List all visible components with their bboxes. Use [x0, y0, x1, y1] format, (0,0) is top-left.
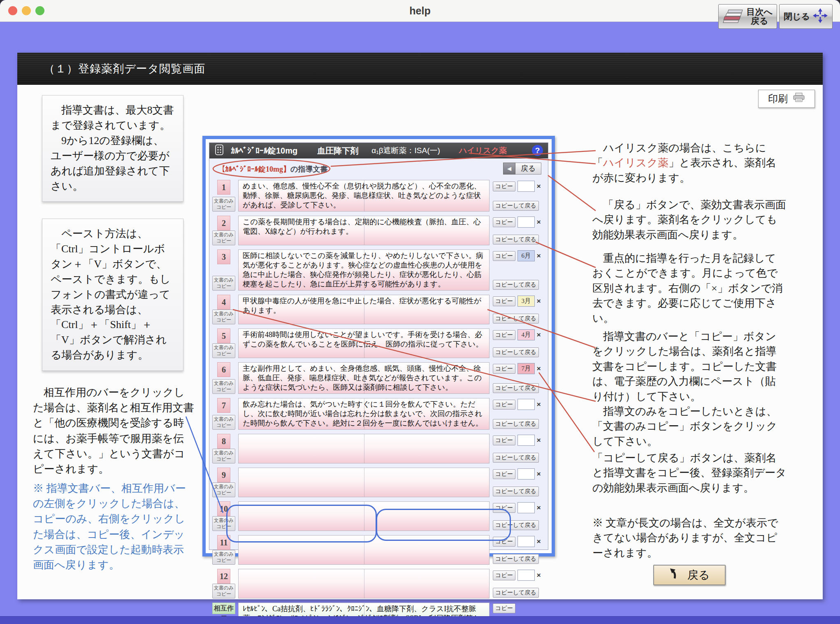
- guidance-text-bar[interactable]: 手術前48時間は使用しないことが望ましいです。手術を受ける場合、必ずこの薬を飲ん…: [238, 328, 490, 358]
- doc-only-copy-button[interactable]: 文書のみ コピー: [212, 343, 235, 358]
- copy-and-back-button[interactable]: コピーして戻る: [493, 453, 539, 463]
- guidance-rows: 1 文書のみ コピー めまい、倦怠感、慢性心不全（息切れや脱力感など）、心不全の…: [213, 180, 545, 624]
- doc-only-copy-button[interactable]: 文書のみ コピー: [212, 310, 235, 324]
- guidance-doc-title[interactable]: 【ｶﾙﾍﾞｼﾞﾛｰﾙ錠10mg】の指導文書: [218, 164, 327, 174]
- delete-month-button[interactable]: ×: [537, 504, 541, 512]
- help-icon[interactable]: ?: [532, 145, 543, 156]
- doc-only-copy-button[interactable]: 文書のみ コピー: [212, 449, 235, 463]
- month-box[interactable]: [517, 399, 535, 410]
- copy-button[interactable]: コピー: [493, 469, 515, 479]
- copy-button[interactable]: コピー: [493, 570, 515, 580]
- guidance-text-bar[interactable]: 主な副作用として、めまい、全身倦怠感、眠気、頭痛、慢性心不全、徐脈、低血圧、発疹…: [238, 362, 490, 394]
- month-box[interactable]: [517, 570, 535, 581]
- copy-button[interactable]: コピー: [493, 296, 515, 306]
- row-number[interactable]: 7: [217, 398, 230, 413]
- delete-month-button[interactable]: ×: [537, 182, 541, 191]
- toc-back-button[interactable]: 目次へ 戻る: [718, 4, 777, 29]
- guidance-text-bar[interactable]: 甲状腺中毒症の人が使用を急に中止した場合、症状が悪化する可能性があります。: [238, 295, 490, 324]
- doc-only-copy-button[interactable]: 文書のみ コピー: [212, 482, 235, 497]
- row-number[interactable]: 2: [217, 216, 230, 231]
- row-number[interactable]: 10: [217, 501, 230, 516]
- row-number[interactable]: 8: [217, 434, 230, 449]
- page-back-button[interactable]: 戻る: [653, 565, 726, 585]
- doc-only-copy-button[interactable]: 文書のみ コピー: [212, 550, 235, 565]
- row-number[interactable]: 1: [217, 180, 230, 195]
- delete-month-button[interactable]: ×: [537, 470, 541, 478]
- guidance-text-bar[interactable]: [238, 535, 490, 565]
- copy-button[interactable]: コピー: [493, 330, 515, 340]
- month-box[interactable]: [517, 502, 535, 513]
- copy-button[interactable]: コピー: [493, 217, 515, 227]
- copy-button[interactable]: コピー: [493, 537, 515, 547]
- copy-button[interactable]: コピー: [493, 435, 515, 445]
- month-box[interactable]: [517, 468, 535, 480]
- row-number[interactable]: 6: [217, 362, 230, 377]
- drug-name[interactable]: ｶﾙﾍﾞｼﾞﾛｰﾙ錠10mg: [231, 145, 297, 156]
- copy-and-back-button[interactable]: コピーして戻る: [493, 419, 539, 429]
- copy-and-back-button[interactable]: コピーして戻る: [493, 588, 539, 598]
- copy-and-back-button[interactable]: コピーして戻る: [493, 520, 539, 530]
- month-box[interactable]: 7月: [517, 363, 535, 374]
- delete-month-button[interactable]: ×: [537, 436, 541, 445]
- copy-button[interactable]: コピー: [493, 182, 515, 191]
- copy-button[interactable]: コピー: [493, 400, 515, 410]
- doc-only-copy-button[interactable]: 文書のみ コピー: [212, 197, 235, 212]
- copy-and-back-button[interactable]: コピーして戻る: [493, 554, 539, 564]
- row-number[interactable]: 3: [217, 249, 230, 264]
- copy-and-back-button[interactable]: コピーして戻る: [493, 383, 539, 393]
- doc-only-copy-button[interactable]: 文書のみ コピー: [212, 516, 235, 531]
- close-help-button[interactable]: 閉じる: [779, 4, 833, 29]
- screenshot-back-button[interactable]: ◀ 戻る: [503, 163, 541, 175]
- row-number[interactable]: 4: [217, 295, 230, 310]
- guidance-text-bar[interactable]: めまい、倦怠感、慢性心不全（息切れや脱力感など）、心不全の悪化、動悸、徐脈、糖尿…: [238, 180, 490, 212]
- month-box[interactable]: 6月: [517, 250, 535, 261]
- copy-button[interactable]: コピー: [493, 364, 515, 374]
- month-box[interactable]: [517, 217, 535, 228]
- copy-and-back-button[interactable]: コピーして戻る: [493, 201, 539, 211]
- row-number[interactable]: 5: [217, 328, 230, 343]
- guidance-text-bar[interactable]: [238, 569, 490, 598]
- row-number[interactable]: 12: [217, 569, 230, 584]
- copy-and-back-button[interactable]: コピーして戻る: [493, 280, 539, 290]
- copy-button[interactable]: コピー: [493, 603, 515, 613]
- print-button[interactable]: 印刷: [758, 90, 815, 108]
- app-screenshot-body: ｶﾙﾍﾞｼﾞﾛｰﾙ錠10mg 血圧降下剤 α₁β遮断薬：ISA(一) ハイリスク…: [209, 142, 548, 550]
- books-icon: [723, 7, 744, 26]
- doc-only-copy-button[interactable]: 文書のみ コピー: [212, 379, 235, 394]
- copy-button[interactable]: コピー: [493, 251, 515, 261]
- guidance-text-bar[interactable]: 飲み忘れた場合は、気がついた時すぐに１回分を飲んで下さい。ただし、次に飲む時間が…: [238, 398, 490, 430]
- copy-and-back-button[interactable]: コピーして戻る: [493, 235, 539, 244]
- doc-only-copy-button[interactable]: 文書のみ コピー: [212, 231, 235, 245]
- delete-month-button[interactable]: ×: [537, 365, 541, 373]
- month-box[interactable]: [517, 536, 535, 547]
- delete-month-button[interactable]: ×: [537, 571, 541, 580]
- guidance-row: 3 文書のみ コピー 医師に相談しないでこの薬を減量したり、やめたりしないで下さ…: [213, 249, 545, 291]
- delete-month-button[interactable]: ×: [537, 252, 541, 260]
- delete-month-button[interactable]: ×: [537, 297, 541, 305]
- copy-button[interactable]: コピー: [493, 503, 515, 513]
- guidance-text-bar[interactable]: [238, 434, 490, 463]
- row-number[interactable]: 11: [217, 535, 230, 550]
- delete-month-button[interactable]: ×: [537, 538, 541, 546]
- doc-only-copy-button[interactable]: 文書のみ コピー: [212, 276, 235, 291]
- window-title: help: [0, 5, 840, 17]
- delete-month-button[interactable]: ×: [537, 218, 541, 226]
- month-box[interactable]: [517, 181, 535, 192]
- row-number[interactable]: 9: [217, 468, 230, 482]
- month-box[interactable]: 4月: [517, 329, 535, 340]
- month-box[interactable]: 3月: [517, 296, 535, 307]
- delete-month-button[interactable]: ×: [537, 331, 541, 339]
- guidance-text-bar[interactable]: この薬を長期間使用する場合は、定期的に心機能検査（脈拍、血圧、心電図、X線など）…: [238, 216, 490, 245]
- doc-only-copy-button[interactable]: 文書のみ コピー: [212, 584, 235, 598]
- copy-and-back-button[interactable]: コピーして戻る: [493, 314, 539, 324]
- guidance-text-bar[interactable]: [238, 501, 490, 531]
- copy-and-back-button[interactable]: コピーして戻る: [493, 487, 539, 496]
- delete-month-button[interactable]: ×: [537, 400, 541, 409]
- doc-only-copy-button[interactable]: 文書のみ コピー: [212, 415, 235, 430]
- month-box[interactable]: [517, 435, 535, 446]
- drug-class: α₁β遮断薬：ISA(一): [371, 145, 440, 156]
- copy-and-back-button[interactable]: コピーして戻る: [493, 347, 539, 357]
- bottom-strip: [0, 616, 840, 624]
- guidance-text-bar[interactable]: [238, 468, 490, 497]
- guidance-text-bar[interactable]: 医師に相談しないでこの薬を減量したり、やめたりしないで下さい。病気が悪化すること…: [238, 249, 490, 291]
